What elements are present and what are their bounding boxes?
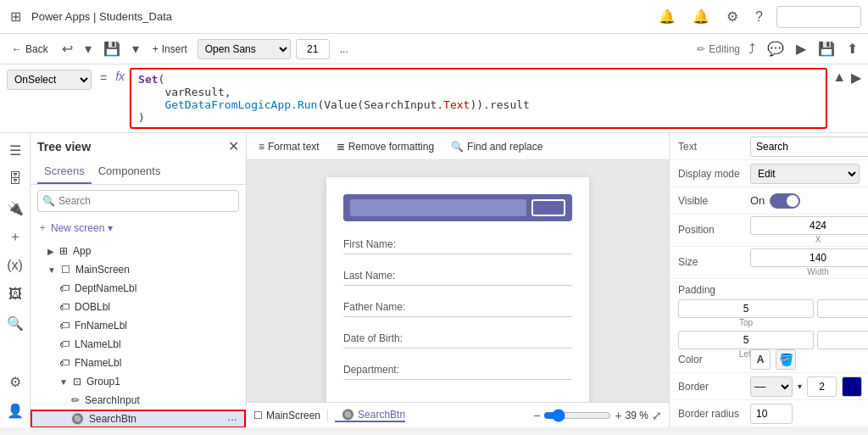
plug-icon[interactable]: 🔌 bbox=[2, 194, 29, 221]
more-options-button[interactable]: ... bbox=[335, 42, 353, 57]
tree-item-lnamelbl[interactable]: 🏷 LNameLbl bbox=[31, 335, 246, 354]
top-search-input[interactable] bbox=[776, 6, 861, 28]
canvas-toolbar: ≡ Format text ≣ Remove formatting 🔍 Find… bbox=[247, 133, 669, 160]
color-bucket[interactable]: 🪣 bbox=[776, 349, 796, 370]
tree-item-searchbtn[interactable]: 🔘 SearchBtn ··· bbox=[31, 410, 246, 427]
comment-icon[interactable]: 💬 bbox=[764, 37, 787, 60]
searchbtn-tab-label: SearchBtn bbox=[358, 409, 405, 421]
tab-mainscreen[interactable]: ☐ MainScreen bbox=[253, 410, 328, 421]
database-icon[interactable]: 🗄 bbox=[2, 165, 29, 192]
tab-components[interactable]: Components bbox=[92, 159, 168, 184]
settings-left-icon[interactable]: ⚙ bbox=[2, 368, 29, 395]
collapse-formula-button[interactable]: ▲ bbox=[832, 70, 846, 85]
sidebar-close-button[interactable]: ✕ bbox=[228, 138, 239, 154]
text-input[interactable] bbox=[750, 137, 868, 157]
undo-button[interactable]: ↩ bbox=[58, 37, 76, 60]
bell-icon[interactable]: 🔔 bbox=[689, 5, 713, 28]
expand-right-button[interactable]: ▶ bbox=[851, 70, 861, 86]
tab-screens[interactable]: Screens bbox=[37, 159, 92, 184]
zoom-controls: − + 39 % ⤢ bbox=[533, 409, 662, 422]
save-dropdown[interactable]: ▾ bbox=[129, 37, 142, 60]
format-text-button[interactable]: ≡ Format text bbox=[253, 139, 325, 154]
tree-label: LNameLbl bbox=[75, 338, 239, 350]
font-select[interactable]: Open Sans bbox=[198, 39, 291, 59]
font-size-input[interactable] bbox=[296, 39, 330, 59]
tree-item-doblbl[interactable]: 🏷 DOBLbl bbox=[31, 298, 246, 316]
fx-button[interactable]: fx bbox=[115, 70, 125, 83]
share-icon[interactable]: ⤴ bbox=[745, 38, 759, 60]
tree-item-fnamelbl[interactable]: 🏷 FNameLbl bbox=[31, 354, 246, 372]
media-icon[interactable]: 🖼 bbox=[2, 281, 29, 308]
formula-box[interactable]: Set( varResult, GetDataFromLogicApp.Run(… bbox=[130, 68, 827, 129]
add-screen-button[interactable]: ＋ New screen ▾ bbox=[37, 220, 113, 235]
canvas-bottom: ☐ MainScreen 🔘 SearchBtn − + 39 % ⤢ bbox=[247, 402, 669, 427]
save-alt-icon[interactable]: 💾 bbox=[815, 37, 838, 60]
publish-icon[interactable]: ⬆ bbox=[843, 37, 861, 60]
pad-bottom-input[interactable] bbox=[817, 299, 868, 318]
toolbar: ← Back ↩ ▾ 💾 ▾ + Insert Open Sans ... ✏ … bbox=[0, 34, 868, 64]
border-width-input[interactable] bbox=[807, 376, 837, 397]
formula-bar: OnSelect = fx Set( varResult, GetDataFro… bbox=[0, 64, 868, 133]
tree-item-fnnamelbl[interactable]: 🏷 FnNameLbl bbox=[31, 316, 246, 335]
undo-dropdown[interactable]: ▾ bbox=[81, 37, 95, 60]
label-icon: 🏷 bbox=[59, 320, 70, 332]
user-icon[interactable]: 👤 bbox=[2, 397, 29, 424]
more-options-button[interactable]: ··· bbox=[225, 412, 239, 426]
canvas-content: First Name: Last Name: Father Name: Date… bbox=[247, 160, 669, 402]
find-replace-icon: 🔍 bbox=[451, 141, 464, 153]
input-icon: ✏ bbox=[71, 394, 80, 406]
border-radius-input[interactable] bbox=[750, 404, 793, 424]
insert-icon: + bbox=[153, 43, 159, 55]
grid-icon[interactable]: ⊞ bbox=[7, 5, 25, 28]
property-select[interactable]: OnSelect bbox=[7, 70, 92, 90]
notification-icon[interactable]: 🔔 bbox=[655, 5, 679, 28]
sidebar-search-input[interactable] bbox=[37, 190, 239, 212]
border-color-swatch[interactable] bbox=[842, 376, 862, 397]
label-icon: 🏷 bbox=[59, 282, 70, 294]
color-swatch-a[interactable]: A bbox=[750, 349, 771, 370]
search-bar-preview bbox=[343, 194, 572, 221]
hamburger-icon[interactable]: ☰ bbox=[2, 137, 29, 164]
sidebar-add: ＋ New screen ▾ bbox=[31, 217, 246, 238]
tree-item-group1[interactable]: ▼ ⊡ Group1 bbox=[31, 372, 246, 391]
save-button[interactable]: 💾 bbox=[100, 37, 124, 60]
canvas-area: ≡ Format text ≣ Remove formatting 🔍 Find… bbox=[247, 133, 669, 427]
toggle-on[interactable] bbox=[770, 193, 800, 209]
chevron-icon: ▶ bbox=[47, 247, 54, 256]
width-input[interactable] bbox=[750, 248, 868, 267]
tree-item-searchinput[interactable]: ✏ SearchInput bbox=[31, 391, 246, 410]
position-grid: X Y bbox=[750, 216, 868, 244]
back-button[interactable]: ← Back bbox=[7, 42, 53, 57]
plus-circle-icon[interactable]: ＋ bbox=[2, 223, 29, 250]
tree-item-app[interactable]: ▶ ⊞ App bbox=[31, 242, 246, 260]
find-replace-button[interactable]: 🔍 Find and replace bbox=[446, 139, 548, 154]
btn-icon: 🔘 bbox=[342, 409, 354, 421]
play-icon[interactable]: ▶ bbox=[793, 37, 810, 60]
settings-icon[interactable]: ⚙ bbox=[723, 5, 742, 28]
tree-item-deptnamelbl[interactable]: 🏷 DeptNameLbl bbox=[31, 279, 246, 298]
remove-format-icon: ≣ bbox=[337, 141, 345, 153]
display-mode-select[interactable]: Edit bbox=[750, 164, 860, 184]
canvas-frame: First Name: Last Name: Father Name: Date… bbox=[326, 177, 589, 402]
visible-toggle: On bbox=[750, 193, 800, 209]
panel-row-border: Border — ▾ bbox=[670, 373, 868, 400]
form-field-firstname: First Name: bbox=[343, 238, 572, 254]
zoom-out-button[interactable]: − bbox=[533, 409, 540, 422]
tree-item-mainscreen[interactable]: ▼ ☐ MainScreen bbox=[31, 260, 246, 279]
position-label: Position bbox=[678, 224, 750, 236]
insert-button[interactable]: + Insert bbox=[147, 42, 192, 57]
help-icon[interactable]: ? bbox=[752, 6, 766, 28]
format-text-icon: ≡ bbox=[259, 141, 264, 153]
remove-formatting-button[interactable]: ≣ Remove formatting bbox=[331, 139, 439, 154]
zoom-in-button[interactable]: + bbox=[615, 409, 621, 422]
zoom-slider[interactable] bbox=[543, 409, 611, 422]
border-style-select[interactable]: — bbox=[750, 376, 793, 397]
variable-icon[interactable]: (x) bbox=[2, 252, 29, 279]
button-icon: 🔘 bbox=[71, 413, 84, 425]
search-left-icon[interactable]: 🔍 bbox=[2, 310, 29, 337]
screen-icon: ☐ bbox=[253, 410, 263, 421]
fit-screen-button[interactable]: ⤢ bbox=[652, 409, 662, 422]
tab-searchbtn[interactable]: 🔘 SearchBtn bbox=[335, 409, 405, 422]
pad-top-input[interactable] bbox=[678, 299, 814, 318]
pos-x-input[interactable] bbox=[750, 216, 868, 235]
